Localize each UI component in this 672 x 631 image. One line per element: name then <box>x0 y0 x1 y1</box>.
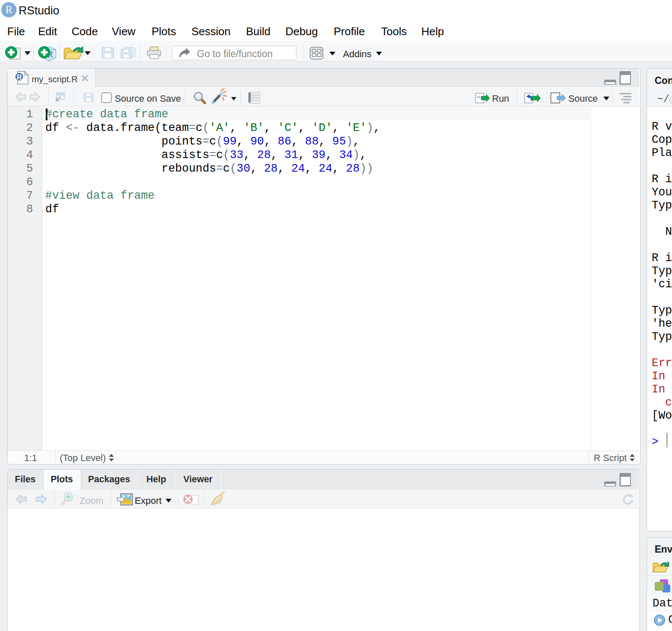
svg-text:R: R <box>17 73 22 81</box>
